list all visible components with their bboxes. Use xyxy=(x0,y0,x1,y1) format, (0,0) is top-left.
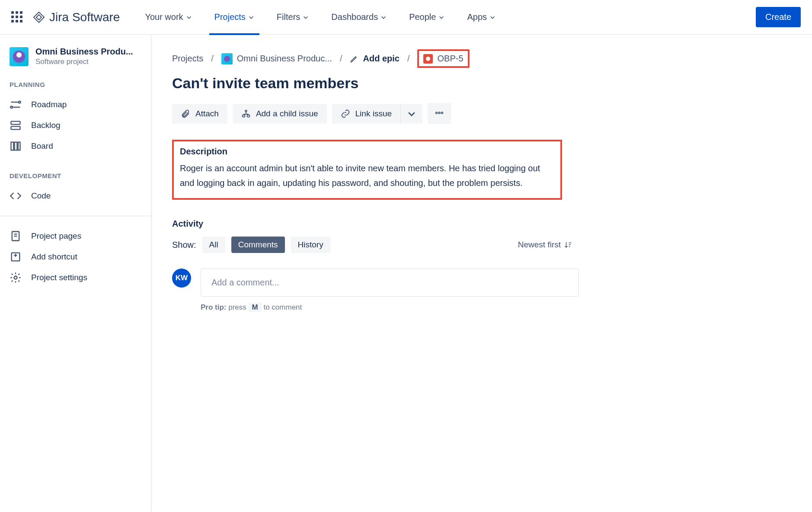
project-avatar-icon xyxy=(10,47,29,66)
svg-rect-4 xyxy=(11,122,20,125)
chevron-down-icon xyxy=(438,14,444,20)
jira-logo[interactable]: Jira Software xyxy=(32,10,120,24)
svg-rect-20 xyxy=(247,115,250,117)
top-nav: Jira Software Your work Projects Filters… xyxy=(0,0,812,35)
chevron-down-icon xyxy=(248,14,254,20)
attachment-icon xyxy=(181,109,190,118)
more-icon xyxy=(435,108,444,118)
nav-your-work[interactable]: Your work xyxy=(140,0,197,35)
bug-icon xyxy=(423,54,433,64)
project-header[interactable]: Omni Business Produ... Software project xyxy=(0,47,151,66)
sidebar-item-backlog[interactable]: Backlog xyxy=(0,115,151,136)
sidebar-section-planning: PLANNING xyxy=(0,81,151,88)
backlog-icon xyxy=(10,119,22,131)
breadcrumb-issue-key[interactable]: OBP-5 xyxy=(417,49,469,68)
link-icon xyxy=(341,109,350,118)
sidebar-item-board[interactable]: Board xyxy=(0,136,151,157)
svg-rect-19 xyxy=(243,115,245,117)
show-label: Show: xyxy=(172,240,196,250)
activity-filter-row: Show: All Comments History Newest first xyxy=(172,237,572,253)
chevron-down-icon xyxy=(407,109,416,118)
issue-title[interactable]: Can't invite team members xyxy=(172,75,791,92)
nav-people[interactable]: People xyxy=(404,0,450,35)
sidebar-item-project-settings[interactable]: Project settings xyxy=(0,267,151,288)
nav-projects[interactable]: Projects xyxy=(209,0,259,35)
gear-icon xyxy=(10,272,22,284)
description-block[interactable]: Description Roger is an account admin bu… xyxy=(172,140,562,200)
roadmap-icon xyxy=(10,99,22,111)
description-text: Roger is an account admin but isn't able… xyxy=(180,161,554,190)
svg-rect-7 xyxy=(15,142,17,150)
jira-logo-icon xyxy=(32,10,46,24)
svg-point-3 xyxy=(10,106,13,109)
chevron-down-icon xyxy=(186,14,192,20)
sidebar: Omni Business Produ... Software project … xyxy=(0,35,151,512)
svg-point-15 xyxy=(14,276,17,279)
issue-content: Projects / Omni Business Produc... / Add… xyxy=(151,35,812,512)
add-child-issue-button[interactable]: Add a child issue xyxy=(233,104,327,124)
sidebar-item-add-shortcut[interactable]: Add shortcut xyxy=(0,246,151,267)
chevron-down-icon xyxy=(380,14,387,20)
key-hint: M xyxy=(249,303,262,312)
nav-filters[interactable]: Filters xyxy=(272,0,314,35)
svg-point-23 xyxy=(441,112,443,114)
comment-row: KW Add a comment... Pro tip: press M to … xyxy=(172,269,579,312)
svg-point-21 xyxy=(436,112,438,114)
link-issue-dropdown[interactable] xyxy=(400,104,422,124)
page-icon xyxy=(10,230,22,242)
svg-rect-6 xyxy=(11,142,14,150)
sidebar-item-code[interactable]: Code xyxy=(0,186,151,206)
sort-button[interactable]: Newest first xyxy=(518,240,572,250)
sidebar-section-development: DEVELOPMENT xyxy=(0,172,151,179)
jira-logo-text: Jira Software xyxy=(49,10,120,24)
add-comment-input[interactable]: Add a comment... xyxy=(201,269,579,297)
breadcrumb-projects[interactable]: Projects xyxy=(172,54,203,64)
svg-rect-8 xyxy=(18,142,20,150)
tab-comments[interactable]: Comments xyxy=(231,237,285,253)
svg-point-16 xyxy=(245,110,247,112)
breadcrumb-add-epic[interactable]: Add epic xyxy=(350,54,399,64)
protip-text: Pro tip: press M to comment xyxy=(201,303,579,312)
create-button[interactable]: Create xyxy=(756,7,801,27)
project-avatar-icon xyxy=(221,53,233,64)
link-issue-button[interactable]: Link issue xyxy=(332,104,401,124)
sidebar-item-project-pages[interactable]: Project pages xyxy=(0,226,151,246)
svg-rect-5 xyxy=(11,126,20,129)
breadcrumb: Projects / Omni Business Produc... / Add… xyxy=(172,49,791,68)
sidebar-item-roadmap[interactable]: Roadmap xyxy=(0,94,151,115)
project-name: Omni Business Produ... xyxy=(35,47,133,57)
add-shortcut-icon xyxy=(10,251,22,263)
chevron-down-icon xyxy=(303,14,309,20)
chevron-down-icon xyxy=(489,14,496,20)
child-issue-icon xyxy=(241,109,251,118)
breadcrumb-project[interactable]: Omni Business Produc... xyxy=(221,53,332,64)
sort-desc-icon xyxy=(564,241,572,249)
nav-apps[interactable]: Apps xyxy=(462,0,501,35)
attach-button[interactable]: Attach xyxy=(172,104,227,124)
description-heading: Description xyxy=(180,147,554,157)
tab-all[interactable]: All xyxy=(202,237,225,253)
activity-heading: Activity xyxy=(172,219,791,229)
more-actions-button[interactable] xyxy=(428,103,451,124)
user-avatar[interactable]: KW xyxy=(172,269,191,288)
pencil-icon xyxy=(350,54,358,63)
issue-action-bar: Attach Add a child issue Link issue xyxy=(172,103,791,124)
svg-point-1 xyxy=(19,101,21,103)
nav-dashboards[interactable]: Dashboards xyxy=(326,0,392,35)
code-icon xyxy=(10,190,22,202)
app-switcher-icon[interactable] xyxy=(11,11,23,23)
svg-point-22 xyxy=(438,112,440,114)
board-icon xyxy=(10,140,22,152)
tab-history[interactable]: History xyxy=(291,237,330,253)
project-subtitle: Software project xyxy=(35,58,133,66)
